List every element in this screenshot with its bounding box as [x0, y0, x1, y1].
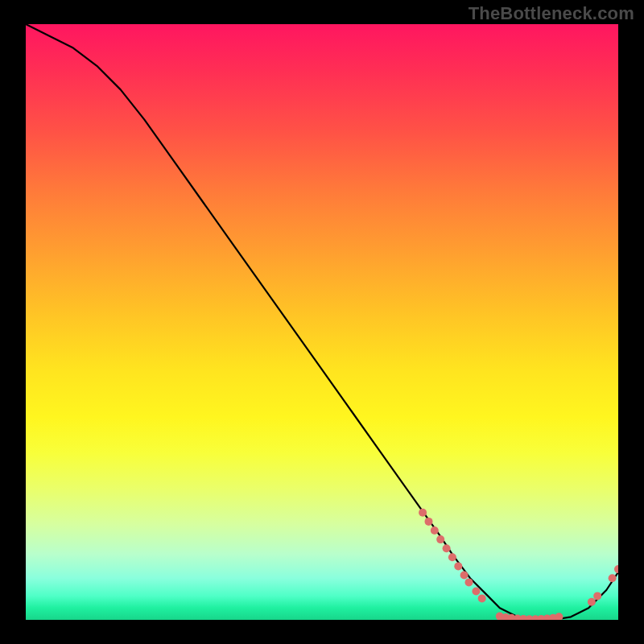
watermark-text: TheBottleneck.com: [469, 3, 634, 24]
data-marker: [609, 574, 617, 582]
data-marker: [419, 509, 427, 517]
bottleneck-curve-line: [26, 24, 618, 620]
data-marker: [431, 526, 439, 535]
data-marker: [593, 592, 601, 600]
data-marker: [425, 518, 433, 526]
data-marker: [478, 594, 486, 602]
chart-svg: [26, 24, 618, 620]
data-marker: [454, 562, 462, 570]
data-marker: [588, 598, 596, 606]
data-marker: [436, 535, 444, 543]
data-marker: [443, 544, 451, 552]
data-marker: [555, 613, 563, 620]
data-marker: [460, 572, 469, 580]
data-markers-group: [419, 509, 618, 620]
data-marker: [465, 578, 473, 586]
chart-stage: TheBottleneck.com: [0, 0, 644, 644]
plot-area: [26, 24, 618, 620]
data-marker: [472, 588, 480, 596]
data-marker: [448, 553, 456, 561]
data-marker: [614, 565, 618, 573]
